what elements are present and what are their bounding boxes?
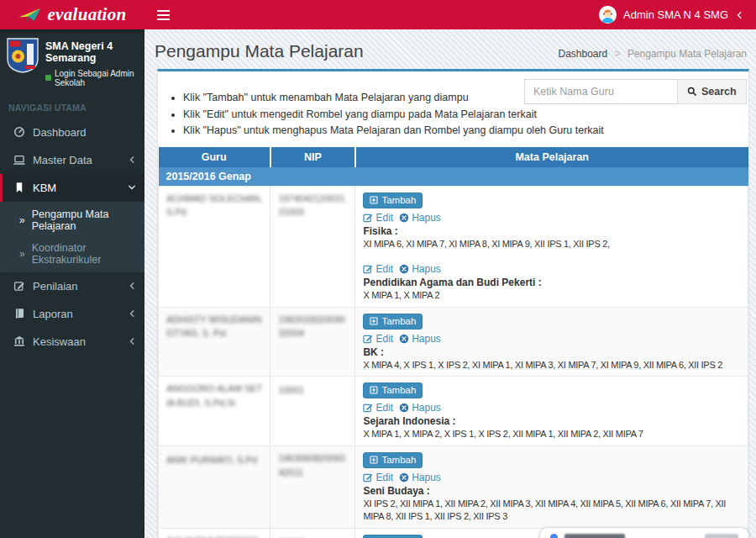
user-menu[interactable]: Admin SMA N 4 SMG bbox=[599, 0, 756, 29]
sidebar-subitem-label: Pengampu Mata Pelajaran bbox=[32, 208, 138, 232]
edit-link[interactable]: Edit bbox=[363, 402, 393, 414]
popup-dot-icon bbox=[550, 534, 558, 538]
page-title: Pengampu Mata Pelajaran bbox=[155, 41, 364, 61]
subject-block: Edit Hapus BK : X MIPA 4, X IPS 1, X IPS… bbox=[363, 333, 740, 372]
sidebar-item-penilaian[interactable]: Penilaian bbox=[0, 272, 144, 300]
nav-section-header: NAVIGASI UTAMA bbox=[0, 95, 144, 119]
edit-link[interactable]: Edit bbox=[363, 333, 393, 345]
edit-icon bbox=[363, 334, 373, 344]
subject-block: Edit Hapus Pendidikan Agama dan Budi Pek… bbox=[363, 263, 740, 302]
breadcrumb-dashboard-link[interactable]: Dashboard bbox=[558, 48, 607, 60]
times-circle-icon bbox=[399, 472, 409, 483]
sidebar-item-master-data[interactable]: Master Data bbox=[0, 146, 144, 174]
sidebar-item-kbm[interactable]: KBM bbox=[0, 174, 144, 202]
plus-square-icon bbox=[370, 196, 378, 204]
breadcrumb-separator: > bbox=[615, 48, 621, 60]
plus-square-icon bbox=[370, 456, 378, 464]
school-name: SMA Negeri 4 Semarang bbox=[45, 40, 138, 65]
instruction-item: Klik "Edit" untuk mengedit Rombel yang d… bbox=[183, 108, 738, 122]
sidebar-item-label: Dashboard bbox=[33, 126, 87, 139]
subject-classes: XI MIPA 6, XI MIPA 7, XI MIPA 8, XI MIPA… bbox=[363, 238, 740, 251]
times-circle-icon bbox=[399, 264, 409, 274]
guru-name: ANGGORO ALAM SETIA BUDI, S.Pd,Si bbox=[166, 382, 262, 409]
column-header-guru: Guru bbox=[159, 147, 270, 167]
topbar: evaluation Admin SMA N 4 SMG bbox=[0, 0, 756, 29]
edit-icon bbox=[363, 403, 373, 413]
bottom-popup[interactable] bbox=[539, 527, 749, 538]
hapus-link[interactable]: Hapus bbox=[399, 333, 441, 345]
tambah-button[interactable]: Tambah bbox=[363, 382, 423, 398]
breadcrumb-current: Pengampu Mata Pelajaran bbox=[627, 48, 747, 60]
tambah-button[interactable]: Tambah bbox=[363, 535, 423, 538]
guru-nip: 198203302009032004 bbox=[278, 313, 347, 340]
school-crest-logo bbox=[7, 38, 39, 73]
sidebar-item-laporan[interactable]: Laporan bbox=[0, 300, 144, 328]
tambah-button[interactable]: Tambah bbox=[363, 314, 423, 330]
edit-link[interactable]: Edit bbox=[363, 212, 393, 224]
pengampu-table: Guru NIP Mata Pelajaran 2015/2016 Genap … bbox=[158, 147, 748, 538]
content-area: Pengampu Mata Pelajaran Dashboard > Peng… bbox=[144, 29, 756, 538]
edit-link[interactable]: Edit bbox=[363, 263, 393, 275]
sidebar-subitem-koordinator-ekstrakurikuler[interactable]: » Koordinator Ekstrakurikuler bbox=[0, 237, 144, 271]
bookmark-icon bbox=[13, 182, 25, 194]
double-angle-right-icon: » bbox=[19, 215, 25, 225]
hapus-link[interactable]: Hapus bbox=[399, 472, 441, 483]
bank-icon bbox=[13, 335, 25, 348]
period-label: 2015/2016 Genap bbox=[159, 167, 748, 187]
tambah-button[interactable]: Tambah bbox=[363, 452, 423, 468]
content-box: Search Klik "Tambah" untuk menambah Mata… bbox=[157, 69, 749, 538]
edit-icon bbox=[363, 472, 373, 483]
subject-classes: X MIPA 1, X MIPA 2 bbox=[363, 289, 740, 302]
chevron-left-icon bbox=[128, 309, 136, 318]
subject-classes: XI IPS 2, XII MIPA 1, XII MIPA 2, XII MI… bbox=[363, 498, 740, 523]
subject-block: Edit Hapus Sejarah Indonesia : X MIPA 1,… bbox=[363, 402, 740, 440]
popup-text-smudge bbox=[564, 534, 625, 538]
guru-nip: 10001 bbox=[278, 383, 304, 398]
instruction-item: Klik "Hapus" untuk menghapus Mata Pelaja… bbox=[183, 124, 738, 138]
guru-name: ADHISTY WISUDANINGTYAS, S. Psi bbox=[166, 313, 262, 340]
table-row: ACHMAD SOLECHAN, S.Pd 197404212002121003… bbox=[159, 186, 748, 307]
login-status: Login Sebagai Admin Sekolah bbox=[45, 69, 138, 87]
popup-secondary-smudge bbox=[705, 534, 738, 538]
search-group: Search bbox=[524, 79, 738, 104]
chevron-left-icon bbox=[128, 156, 136, 164]
table-row: ANGGORO ALAM SETIA BUDI, S.Pd,Si 10001 T… bbox=[159, 377, 748, 446]
search-button[interactable]: Search bbox=[677, 79, 747, 104]
edit-link[interactable]: Edit bbox=[363, 472, 393, 483]
search-input[interactable] bbox=[524, 79, 677, 104]
hapus-link[interactable]: Hapus bbox=[399, 263, 441, 275]
hapus-link[interactable]: Hapus bbox=[399, 212, 441, 224]
column-header-mapel: Mata Pelajaran bbox=[355, 147, 748, 167]
sidebar-item-dashboard[interactable]: Dashboard bbox=[0, 119, 144, 146]
subject-name: Seni Budaya : bbox=[363, 485, 740, 497]
subject-name: Pendidikan Agama dan Budi Pekerti : bbox=[363, 277, 740, 288]
times-circle-icon bbox=[399, 213, 409, 223]
app-logo[interactable]: evaluation bbox=[0, 0, 144, 29]
sidebar-item-kesiswaan[interactable]: Kesiswaan bbox=[0, 328, 144, 356]
times-circle-icon bbox=[399, 403, 409, 413]
guru-nip: 197404212002121003 bbox=[278, 192, 347, 219]
subject-block: Edit Hapus Seni Budaya : XI IPS 2, XII M… bbox=[363, 472, 740, 523]
hapus-link[interactable]: Hapus bbox=[399, 402, 441, 414]
sidebar-subitem-label: Koordinator Ekstrakurikuler bbox=[32, 242, 138, 266]
table-body: ACHMAD SOLECHAN, S.Pd 197404212002121003… bbox=[159, 186, 748, 538]
laptop-icon bbox=[13, 154, 25, 166]
tambah-button[interactable]: Tambah bbox=[363, 193, 423, 208]
table-row: ANIK PURWATI, S.Pd 196306082006042011 Ta… bbox=[159, 446, 748, 529]
search-icon bbox=[687, 87, 697, 97]
guru-name: ANIK PURWATI, S.Pd bbox=[166, 453, 257, 467]
gauge-icon bbox=[13, 126, 25, 139]
sidebar-toggle-button[interactable] bbox=[144, 0, 181, 29]
sidebar-submenu: » Pengampu Mata Pelajaran » Koordinator … bbox=[0, 202, 144, 272]
sidebar-subitem-pengampu-mata-pelajaran[interactable]: » Pengampu Mata Pelajaran bbox=[0, 203, 144, 237]
sidebar-item-label: KBM bbox=[33, 182, 56, 194]
sidebar-item-label: Laporan bbox=[33, 308, 73, 320]
subject-name: Sejarah Indonesia : bbox=[363, 415, 740, 427]
book-icon bbox=[13, 308, 25, 320]
user-name: Admin SMA N 4 SMG bbox=[623, 8, 728, 21]
plus-square-icon bbox=[370, 317, 378, 325]
plus-square-icon bbox=[370, 386, 378, 394]
sidebar-item-label: Master Data bbox=[33, 154, 92, 166]
period-section-row: 2015/2016 Genap bbox=[159, 167, 748, 187]
status-green-icon bbox=[45, 75, 51, 81]
